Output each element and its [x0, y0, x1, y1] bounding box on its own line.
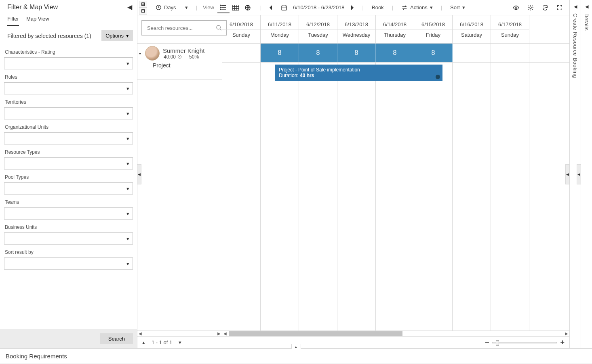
- zoom-slider[interactable]: [492, 342, 557, 343]
- grid-column: [491, 44, 529, 331]
- separator: |: [438, 4, 445, 10]
- map-view-button[interactable]: [242, 2, 254, 13]
- resize-handle-icon[interactable]: [436, 75, 440, 79]
- details-label[interactable]: Details: [584, 13, 590, 31]
- tab-filter[interactable]: Filter: [7, 16, 19, 26]
- options-button[interactable]: Options ▾: [101, 30, 133, 41]
- day-column[interactable]: 6/10/2018 Sunday: [222, 15, 261, 43]
- day-column[interactable]: 6/17/2018 Sunday: [491, 15, 529, 43]
- resource-stats: 40:00 50%: [164, 54, 204, 60]
- zoom-thumb[interactable]: [496, 340, 499, 346]
- scroll-left-icon[interactable]: ◀: [139, 331, 142, 336]
- resource-name: Summer Knight: [163, 47, 204, 54]
- project-bar-title: Project - Point of Sale implementation: [279, 67, 438, 73]
- pager-up-icon[interactable]: ▴: [142, 339, 145, 345]
- resource-search-box[interactable]: [141, 20, 227, 36]
- filter-label: Characteristics - Rating: [4, 49, 133, 55]
- refresh-button[interactable]: [539, 3, 551, 13]
- svg-rect-13: [282, 6, 287, 10]
- filter-select[interactable]: ▾: [4, 57, 133, 69]
- allocation-bar[interactable]: 88888: [261, 44, 453, 62]
- collapse-left-icon[interactable]: ◀: [127, 3, 132, 11]
- fullscreen-button[interactable]: [554, 3, 565, 13]
- search-icon[interactable]: [216, 25, 222, 31]
- tab-map-view[interactable]: Map View: [26, 16, 49, 26]
- pager-down-icon[interactable]: ▾: [179, 339, 181, 345]
- booking-requirements-panel[interactable]: ▴ Booking Requirements: [0, 348, 592, 364]
- grid-column: [376, 44, 414, 331]
- filter-select[interactable]: ▾: [4, 257, 133, 270]
- resource-row[interactable]: ▾ Summer Knight 40:00: [137, 44, 222, 80]
- scroll-right-icon[interactable]: ▶: [565, 331, 568, 336]
- scroll-left-icon[interactable]: ◀: [223, 331, 227, 336]
- search-input[interactable]: [146, 25, 216, 31]
- day-column[interactable]: 6/15/2018 Friday: [414, 15, 453, 43]
- allocation-cell[interactable]: 8: [299, 44, 337, 62]
- book-button[interactable]: Book: [369, 3, 386, 12]
- collapse-handle-left[interactable]: ◀: [137, 164, 141, 184]
- filter-select[interactable]: ▾: [4, 207, 133, 220]
- actions-dropdown[interactable]: Actions ▾: [399, 3, 435, 13]
- time-scale-dropdown[interactable]: Days ▾: [153, 3, 190, 13]
- filter-select[interactable]: ▾: [4, 132, 133, 144]
- collapse-all-button[interactable]: ⊟: [139, 8, 147, 14]
- prev-range-button[interactable]: [266, 4, 275, 12]
- zoom-in-button[interactable]: +: [560, 338, 565, 347]
- allocation-cell[interactable]: 8: [414, 44, 453, 62]
- chevron-down-icon: ▾: [126, 111, 129, 117]
- allocation-cell[interactable]: 8: [261, 44, 299, 62]
- grid-column: [337, 44, 376, 331]
- search-button[interactable]: Search: [100, 333, 133, 344]
- next-range-button[interactable]: [348, 4, 357, 12]
- schedule-footer: ▴ 1 - 1 of 1 ▾ − +: [137, 336, 569, 348]
- day-column[interactable]: 6/14/2018 Thursday: [376, 15, 414, 43]
- view-label: View: [203, 4, 214, 10]
- scroll-right-icon[interactable]: ▶: [217, 331, 221, 336]
- day-name: Monday: [261, 29, 299, 40]
- collapse-handle-right[interactable]: ◀: [565, 164, 570, 184]
- filter-select[interactable]: ▾: [4, 82, 133, 94]
- date-range-label[interactable]: 6/10/2018 - 6/23/2018: [293, 4, 344, 10]
- calendar-button[interactable]: [278, 3, 290, 13]
- filter-select[interactable]: ▾: [4, 107, 133, 119]
- allocation-cell[interactable]: 8: [376, 44, 414, 62]
- grid-body[interactable]: 88888 Project - Point of Sale implementa…: [222, 44, 569, 331]
- chevron-down-icon: ▾: [126, 136, 129, 142]
- day-column[interactable]: 6/16/2018 Saturday: [453, 15, 491, 43]
- sort-label: Sort: [450, 4, 460, 10]
- separator: |: [390, 4, 396, 10]
- allocation-cell[interactable]: 8: [337, 44, 376, 62]
- day-column[interactable]: 6/11/2018 Monday: [261, 15, 299, 43]
- scrollbar-thumb[interactable]: [229, 331, 402, 336]
- create-booking-label[interactable]: Create Resource Booking: [572, 13, 578, 78]
- settings-button[interactable]: [525, 3, 536, 13]
- expand-collapse-group: ⊞ ⊟: [139, 1, 147, 15]
- collapse-right-icon[interactable]: ◀: [574, 4, 577, 9]
- separator: |: [360, 4, 366, 10]
- filter-label: Teams: [4, 199, 133, 205]
- grid-hscrollbar[interactable]: ◀ ▶: [222, 331, 569, 336]
- expand-all-button[interactable]: ⊞: [139, 1, 147, 8]
- day-date: 6/11/2018: [261, 18, 299, 29]
- sort-dropdown[interactable]: Sort ▾: [448, 3, 468, 12]
- filter-select[interactable]: ▾: [4, 157, 133, 169]
- resource-hscrollbar[interactable]: ◀ ▶: [137, 331, 222, 336]
- expand-row-icon[interactable]: ▾: [139, 51, 141, 56]
- separator: |: [257, 4, 263, 10]
- project-booking-bar[interactable]: Project - Point of Sale implementation D…: [275, 65, 442, 81]
- day-column[interactable]: 6/13/2018 Wednesday: [337, 15, 376, 43]
- filter-select[interactable]: ▾: [4, 182, 133, 195]
- list-view-button[interactable]: [217, 2, 230, 13]
- expand-up-icon[interactable]: ▴: [291, 344, 301, 349]
- filter-label: Pool Types: [4, 174, 133, 180]
- pager-label: 1 - 1 of 1: [152, 339, 172, 345]
- zoom-out-button[interactable]: −: [485, 338, 489, 347]
- collapse-right-icon[interactable]: ◀: [585, 4, 588, 9]
- filtered-by-row: Filtered by selected resources (1) Optio…: [0, 26, 137, 45]
- visibility-button[interactable]: [510, 3, 522, 13]
- filter-body[interactable]: Characteristics - Rating ▾ Roles ▾ Terri…: [0, 45, 137, 329]
- day-column[interactable]: 6/12/2018 Tuesday: [299, 15, 337, 43]
- collapse-handle-right2[interactable]: ◀: [577, 164, 581, 184]
- grid-view-button[interactable]: [230, 2, 242, 13]
- filter-select[interactable]: ▾: [4, 232, 133, 245]
